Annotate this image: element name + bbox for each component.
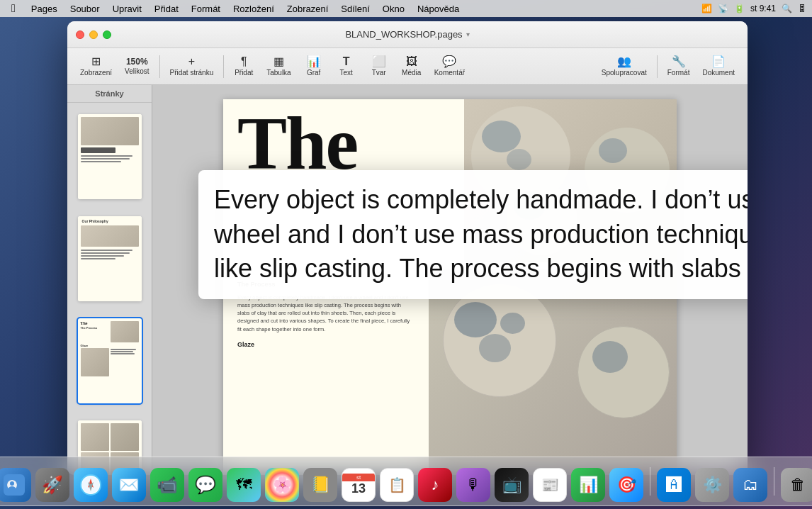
dock-mail[interactable]: ✉️	[112, 468, 146, 502]
dock-keynote[interactable]: 🎯	[609, 468, 643, 502]
chart-icon: 📊	[307, 56, 321, 67]
traffic-lights[interactable]	[76, 30, 111, 39]
ceramic-bottom-spot-2	[479, 334, 511, 362]
svg-point-3	[10, 481, 14, 486]
dock-safari[interactable]	[74, 468, 108, 502]
dock-separator	[650, 467, 650, 496]
dock-finder[interactable]	[0, 468, 31, 502]
toolbar-text-btn[interactable]: T Text	[331, 54, 362, 79]
page-thumb-2[interactable]: Our Philosophy	[78, 216, 142, 301]
toolbar-comment-btn[interactable]: 💬 Komentář	[429, 54, 470, 79]
toolbar-sep-2	[223, 55, 224, 78]
toolbar-collab-btn[interactable]: 👥 Spolupracovat	[596, 54, 653, 79]
toolbar-view-label: Zobrazení	[80, 69, 112, 77]
ceramic-spot-2	[507, 149, 531, 170]
dock-photos[interactable]: 🌸	[265, 468, 299, 502]
toolbar-pridat-btn[interactable]: ¶ Přidat	[228, 54, 259, 79]
dock-news[interactable]: 📰	[533, 468, 567, 502]
toolbar-size-label: Velikost	[125, 67, 149, 75]
toolbar-table-btn[interactable]: ▦ Tabulka	[261, 54, 296, 79]
menu-sdileni[interactable]: Sdílení	[335, 0, 375, 17]
dock-podcasts[interactable]: 🎙	[456, 468, 490, 502]
menu-pridat[interactable]: Přidat	[149, 0, 184, 17]
toolbar-document-btn[interactable]: 📄 Dokument	[697, 54, 740, 79]
dock-appstore[interactable]: 🅰	[657, 468, 691, 502]
menu-soubor[interactable]: Soubor	[64, 0, 106, 17]
toolbar-add-page-label: Přidat stránku	[170, 69, 214, 77]
apple-menu[interactable]: 	[6, 0, 21, 17]
menu-napoveda[interactable]: Nápověda	[412, 0, 465, 17]
toolbar-sep-right	[657, 55, 658, 78]
collab-icon: 👥	[617, 56, 631, 67]
page-text-block: The Process Every object is completely h…	[223, 269, 429, 475]
dock-separator-2	[774, 467, 774, 496]
toolbar-media-btn[interactable]: 🖼 Média	[396, 54, 427, 79]
pages-window: BLAND_WORKSHOP.pages ▾ ⊞ Zobrazení 150% …	[67, 21, 748, 475]
toolbar-document-label: Dokument	[702, 69, 735, 77]
sidebar-header: Stránky	[67, 85, 152, 103]
ceramic-plate-bottom-2	[577, 326, 670, 418]
dock-calendar[interactable]: st 13	[342, 468, 376, 502]
ceramic-spot-3	[599, 138, 627, 163]
toolbar-comment-label: Komentář	[434, 69, 465, 77]
menu-okno[interactable]: Okno	[377, 0, 410, 17]
comment-icon: 💬	[442, 56, 456, 67]
dock-settings[interactable]: ⚙️	[695, 468, 729, 502]
page-bottom-image	[429, 269, 677, 475]
ceramic-plate-bottom-1	[443, 284, 556, 397]
toolbar-right: 👥 Spolupracovat 🔧 Formát 📄 Dokument	[596, 54, 740, 79]
dock-maps[interactable]: 🗺	[227, 468, 261, 502]
text-icon: T	[343, 56, 350, 67]
page-thumb-3[interactable]: The The Process Glaze	[78, 318, 142, 403]
menu-format[interactable]: Formát	[186, 0, 226, 17]
maximize-button[interactable]	[103, 30, 111, 39]
menubar:  Pages Soubor Upravit Přidat Formát Roz…	[0, 0, 812, 17]
dock-reminders[interactable]: 📋	[380, 468, 414, 502]
safari-icon	[80, 474, 101, 496]
toolbar-size-btn[interactable]: 150% Velikost	[119, 55, 154, 77]
toolbar-format-btn[interactable]: 🔧 Formát	[662, 54, 696, 79]
close-button[interactable]	[76, 30, 84, 39]
view-icon: ⊞	[91, 56, 101, 67]
dock-launchpad[interactable]: 🚀	[35, 468, 69, 502]
airdrop-icon: 📡	[718, 4, 728, 13]
toolbar-pridat-label: Přidat	[235, 69, 253, 77]
format-icon: 🔧	[672, 56, 686, 67]
tooltip-overlay: Every object is completely handmade. I d…	[198, 170, 748, 299]
minimize-button[interactable]	[89, 30, 98, 39]
dock-messages[interactable]: 💬	[188, 468, 222, 502]
dock-trash[interactable]: 🗑	[781, 468, 812, 502]
dock-finder2[interactable]: 🗂	[733, 468, 767, 502]
dock-facetime[interactable]: 📹	[150, 468, 184, 502]
title-chevron-icon[interactable]: ▾	[466, 30, 470, 38]
add-page-icon: +	[188, 56, 195, 67]
page-thumb-1[interactable]	[78, 114, 142, 199]
search-icon[interactable]: 🔍	[782, 4, 792, 13]
toolbar-collab-label: Spolupracovat	[602, 69, 647, 77]
menu-upravit[interactable]: Upravit	[107, 0, 147, 17]
menu-pages[interactable]: Pages	[26, 0, 63, 17]
svg-point-4	[9, 486, 16, 491]
ceramic-bottom-spot-3	[500, 313, 525, 334]
menu-rozlozeni[interactable]: Rozložení	[227, 0, 280, 17]
toolbar-shape-btn[interactable]: ⬜ Tvar	[363, 54, 395, 79]
finder-icon	[4, 474, 25, 496]
dock-numbers[interactable]: 📊	[571, 468, 605, 502]
toolbar-sep-1	[159, 55, 160, 78]
clock: st 9:41	[750, 4, 776, 13]
toolbar-add-page-btn[interactable]: + Přidat stránku	[164, 54, 220, 79]
dock-music[interactable]: ♪	[418, 468, 452, 502]
menu-zobrazeni[interactable]: Zobrazení	[281, 0, 334, 17]
size-icon: 150%	[126, 57, 148, 66]
toolbar-view-btn[interactable]: ⊞ Zobrazení	[74, 54, 118, 79]
toolbar-chart-label: Graf	[307, 69, 320, 77]
control-center-icon[interactable]: 🎛	[798, 4, 806, 13]
dock-contacts[interactable]: 📒	[303, 468, 337, 502]
toolbar: ⊞ Zobrazení 150% Velikost + Přidat strán…	[67, 48, 748, 85]
dock: 🚀 ✉️ 📹 💬 🗺 🌸 📒 st 13 📋 ♪ 🎙 📺 📰 📊 🎯	[0, 457, 812, 506]
media-icon: 🖼	[406, 56, 417, 67]
ceramic-spot-1	[482, 121, 521, 152]
dock-tv[interactable]: 📺	[495, 468, 529, 502]
glaze-label: Glaze	[237, 340, 415, 350]
toolbar-chart-btn[interactable]: 📊 Graf	[298, 54, 329, 79]
